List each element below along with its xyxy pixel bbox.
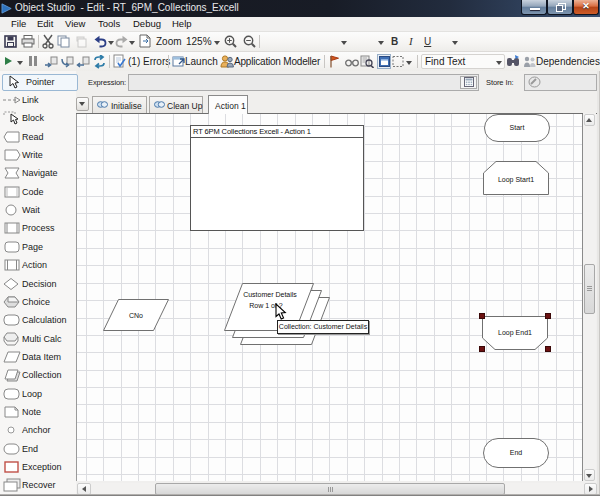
svg-text:Customer Details: Customer Details bbox=[243, 291, 297, 298]
svg-text:CNo: CNo bbox=[129, 312, 143, 319]
svg-text:Loop End1: Loop End1 bbox=[498, 329, 532, 337]
svg-text:Loop Start1: Loop Start1 bbox=[498, 176, 534, 184]
